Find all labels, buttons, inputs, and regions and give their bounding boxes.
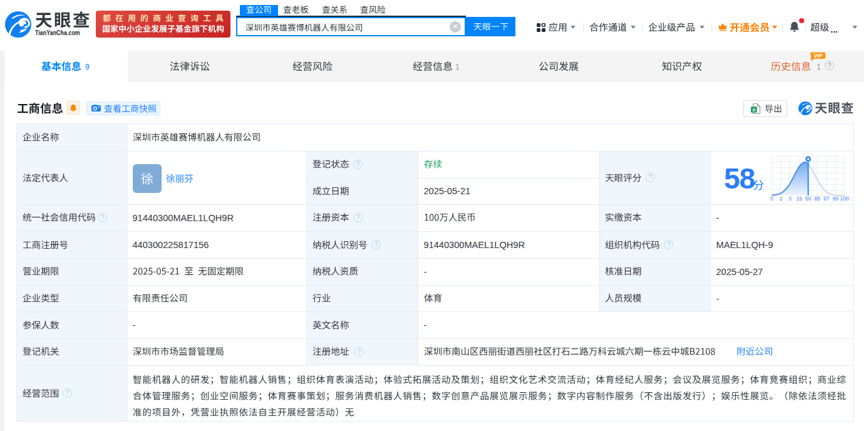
svg-text:50: 50 [805, 195, 812, 202]
svg-text:15: 15 [796, 195, 802, 202]
svg-text:0: 0 [770, 195, 773, 202]
svg-text:3: 3 [788, 195, 792, 202]
svg-text:100: 100 [840, 195, 849, 202]
svg-text:X: X [752, 107, 755, 113]
svg-text:85: 85 [814, 195, 820, 202]
svg-text:1: 1 [780, 195, 783, 202]
svg-text:99: 99 [832, 195, 839, 202]
svg-text:97: 97 [824, 195, 830, 202]
svg-text:VIP: VIP [814, 53, 822, 59]
